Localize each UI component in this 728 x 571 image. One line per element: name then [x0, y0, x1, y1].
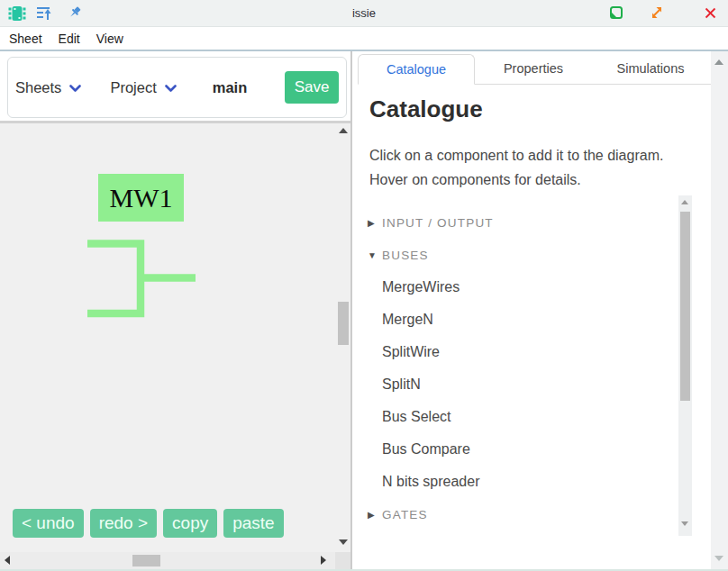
catalogue-description-line1: Click on a component to add it to the di… — [369, 143, 663, 168]
vertical-scrollbar-thumb[interactable] — [338, 302, 349, 345]
save-button[interactable]: Save — [285, 71, 339, 104]
component-n-bits-spreader[interactable]: N bits spreader — [368, 466, 669, 498]
section-label: INPUT / OUTPUT — [382, 216, 494, 230]
component-mergen[interactable]: MergeN — [368, 304, 669, 336]
scroll-up-arrow-icon[interactable] — [714, 59, 723, 65]
undo-button[interactable]: < undo — [13, 509, 84, 538]
sheets-dropdown[interactable]: Sheets — [15, 79, 81, 96]
menu-view[interactable]: View — [96, 32, 123, 46]
catalogue-scrollbar-thumb[interactable] — [680, 212, 690, 401]
catalogue-description: Click on a component to add it to the di… — [369, 143, 663, 192]
canvas-vertical-scrollbar[interactable] — [336, 123, 350, 552]
scroll-left-arrow-icon[interactable] — [5, 556, 10, 565]
scroll-right-arrow-icon[interactable] — [321, 556, 326, 565]
menubar: Sheet Edit View — [0, 27, 728, 51]
titlebar: issie — [0, 0, 728, 27]
catalogue-list: ▶INPUT / OUTPUT ▼BUSES MergeWires MergeN… — [368, 206, 669, 530]
section-input-output[interactable]: ▶INPUT / OUTPUT — [368, 206, 669, 239]
right-panel: Catalogue Properties Simulations Catalog… — [352, 51, 711, 571]
scroll-down-arrow-icon[interactable] — [714, 556, 723, 561]
diagram-canvas[interactable]: MW1 < undo redo > copy paste — [0, 123, 351, 571]
toolbar-strip: Sheets Project main Save — [0, 51, 351, 123]
chevron-down-icon — [165, 79, 177, 96]
issie-window: issie Sheet Edit View — [0, 0, 728, 571]
project-dropdown[interactable]: Project — [110, 79, 176, 96]
tab-properties[interactable]: Properties — [475, 54, 592, 85]
catalogue-heading: Catalogue — [369, 95, 483, 123]
menu-sheet[interactable]: Sheet — [9, 32, 42, 46]
component-mergewires[interactable]: MergeWires — [368, 271, 669, 304]
edit-actions: < undo redo > copy paste — [13, 509, 284, 538]
shade-icon[interactable] — [651, 6, 663, 23]
project-dropdown-label: Project — [110, 79, 156, 96]
component-splitwire[interactable]: SplitWire — [368, 336, 669, 368]
redo-button[interactable]: redo > — [90, 509, 157, 538]
chevron-down-icon — [69, 79, 81, 96]
catalogue-description-line2: Hover on components for details. — [369, 168, 663, 192]
section-buses[interactable]: ▼BUSES — [368, 239, 669, 271]
section-label: GATES — [382, 508, 428, 521]
sheets-dropdown-label: Sheets — [15, 79, 61, 96]
scroll-up-arrow-icon[interactable] — [339, 128, 348, 133]
scroll-down-arrow-icon[interactable] — [681, 521, 688, 526]
menu-edit[interactable]: Edit — [59, 32, 80, 46]
collapsed-arrow-icon: ▶ — [368, 218, 377, 228]
scroll-up-arrow-icon[interactable] — [681, 200, 688, 204]
component-splitn[interactable]: SplitN — [368, 368, 669, 401]
tab-simulations[interactable]: Simulations — [592, 54, 709, 85]
expanded-arrow-icon: ▼ — [368, 250, 377, 260]
toolbar-card: Sheets Project main Save — [7, 57, 347, 118]
scrollbar-corner — [335, 552, 351, 569]
component-label[interactable]: MW1 — [98, 174, 184, 222]
section-gates[interactable]: ▶GATES — [368, 498, 669, 530]
catalogue-scrollbar[interactable] — [678, 195, 692, 536]
current-sheet-name: main — [213, 79, 248, 96]
panel-scrollbar[interactable] — [711, 51, 728, 571]
scroll-down-arrow-icon[interactable] — [339, 539, 348, 545]
paste-button[interactable]: paste — [223, 509, 283, 538]
canvas-horizontal-scrollbar[interactable] — [0, 552, 335, 569]
section-label: BUSES — [382, 249, 429, 262]
close-icon[interactable] — [705, 6, 716, 23]
horizontal-scrollbar-thumb[interactable] — [132, 555, 160, 566]
merge-wires-symbol[interactable] — [84, 236, 199, 321]
copy-button[interactable]: copy — [163, 509, 217, 538]
component-bus-compare[interactable]: Bus Compare — [368, 433, 669, 466]
component-bus-select[interactable]: Bus Select — [368, 401, 669, 433]
tab-catalogue[interactable]: Catalogue — [358, 54, 475, 85]
maximize-icon[interactable] — [610, 6, 623, 23]
tab-row: Catalogue Properties Simulations — [352, 54, 711, 85]
collapsed-arrow-icon: ▶ — [368, 510, 377, 520]
